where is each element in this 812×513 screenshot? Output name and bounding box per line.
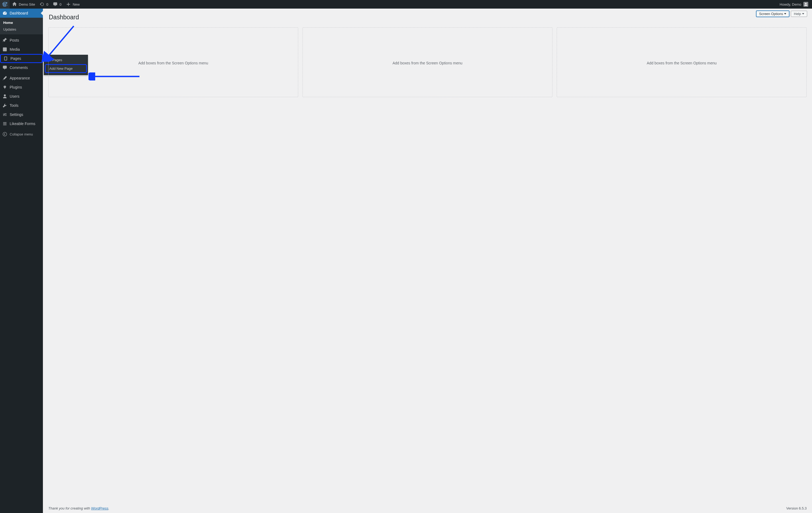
submenu-updates[interactable]: Updates (0, 26, 43, 33)
menu-pages[interactable]: Pages All Pages Add New Page (0, 54, 43, 63)
admin-footer: Thank you for creating with WordPress. V… (43, 504, 812, 513)
menu-appearance[interactable]: Appearance (0, 74, 43, 83)
dashboard-widgets: Add boxes from the Screen Options menu A… (48, 27, 807, 97)
plus-icon (66, 2, 71, 7)
menu-settings[interactable]: Settings (0, 110, 43, 119)
menu-tools-label: Tools (10, 103, 19, 108)
plug-icon (2, 85, 7, 90)
sliders-icon (2, 112, 7, 117)
svg-point-0 (3, 132, 7, 136)
menu-comments-label: Comments (10, 65, 28, 70)
new-label: New (73, 2, 80, 6)
account-link[interactable]: Howdy, Demo (778, 0, 810, 8)
menu-users-label: Users (10, 94, 20, 98)
menu-comments[interactable]: Comments (0, 63, 43, 72)
collapse-icon (2, 132, 7, 137)
site-name-label: Demo Site (19, 2, 35, 6)
submenu-home[interactable]: Home (0, 19, 43, 26)
chevron-down-icon (802, 13, 804, 15)
user-icon (2, 94, 7, 99)
submenu-dashboard: Home Updates (0, 18, 43, 34)
help-button[interactable]: Help (791, 11, 807, 17)
avatar-icon (804, 2, 808, 7)
menu-dashboard[interactable]: Dashboard (0, 8, 43, 18)
footer-wordpress-link[interactable]: WordPress (91, 506, 108, 510)
brush-icon (2, 76, 7, 81)
wrench-icon (2, 103, 7, 108)
comments-count: 0 (60, 2, 61, 6)
wordpress-icon (2, 2, 7, 7)
widget-placeholder-3: Add boxes from the Screen Options menu (557, 27, 807, 97)
menu-likeable-forms-label: Likeable Forms (10, 121, 35, 126)
widget-placeholder-1: Add boxes from the Screen Options menu (48, 27, 298, 97)
menu-plugins-label: Plugins (10, 85, 22, 89)
wp-logo[interactable] (0, 0, 10, 8)
comment-icon (53, 2, 58, 7)
menu-plugins[interactable]: Plugins (0, 83, 43, 92)
screen-options-label: Screen Options (759, 12, 783, 16)
comments-icon (2, 65, 7, 70)
footer-thank-prefix: Thank you for creating with (48, 506, 91, 510)
new-content-link[interactable]: New (63, 0, 82, 8)
footer-version: Version 6.5.3 (786, 506, 807, 510)
menu-users[interactable]: Users (0, 92, 43, 101)
widget-placeholder-2: Add boxes from the Screen Options menu (302, 27, 552, 97)
menu-posts[interactable]: Posts (0, 36, 43, 45)
footer-thank-suffix: . (108, 506, 109, 510)
updates-count: 0 (47, 2, 48, 6)
screen-options-button[interactable]: Screen Options (756, 11, 789, 17)
home-icon (12, 2, 17, 7)
pin-icon (2, 37, 7, 43)
list-icon (2, 121, 7, 126)
media-icon (2, 47, 7, 52)
menu-tools[interactable]: Tools (0, 101, 43, 110)
site-name-link[interactable]: Demo Site (10, 0, 37, 8)
collapse-menu[interactable]: Collapse menu (0, 130, 43, 139)
update-icon (39, 2, 45, 7)
howdy-text: Howdy, Demo (780, 2, 801, 6)
dashboard-icon (2, 10, 7, 16)
help-label: Help (794, 12, 801, 16)
updates-link[interactable]: 0 (37, 0, 51, 8)
page-icon (3, 56, 8, 61)
menu-dashboard-label: Dashboard (10, 11, 28, 15)
menu-settings-label: Settings (10, 112, 23, 117)
menu-media[interactable]: Media (0, 45, 43, 54)
menu-pages-label: Pages (10, 56, 21, 61)
menu-likeable-forms[interactable]: Likeable Forms (0, 119, 43, 128)
comments-link[interactable]: 0 (51, 0, 63, 8)
collapse-label: Collapse menu (10, 132, 33, 136)
menu-posts-label: Posts (10, 38, 19, 42)
menu-media-label: Media (10, 47, 20, 52)
chevron-down-icon (784, 13, 786, 15)
menu-appearance-label: Appearance (10, 76, 30, 80)
page-title: Dashboard (48, 11, 807, 27)
